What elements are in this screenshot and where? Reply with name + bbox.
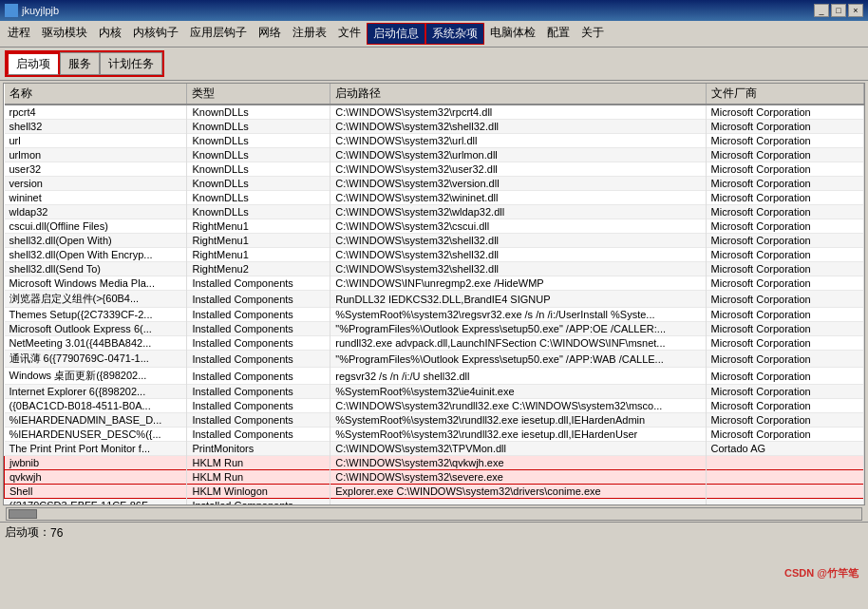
- cell-type: Installed Components: [187, 385, 330, 399]
- table-row[interactable]: %IEHARDENADMIN_BASE_D...Installed Compon…: [5, 413, 864, 428]
- cell-type: KnownDLLs: [187, 134, 330, 148]
- menu-checkup[interactable]: 电脑体检: [484, 23, 541, 45]
- restore-button[interactable]: □: [831, 4, 846, 17]
- cell-name: cscui.dll(Offline Files): [5, 219, 187, 234]
- table-row[interactable]: versionKnownDLLsC:\WINDOWS\system32\vers…: [5, 177, 864, 191]
- cell-name: shell32: [5, 120, 187, 134]
- menu-file[interactable]: 文件: [332, 23, 367, 45]
- cell-path: C:\WINDOWS\system32\rundll32.exe C:\WIND…: [330, 399, 706, 413]
- menu-config[interactable]: 配置: [541, 23, 576, 45]
- table-row[interactable]: Microsoft Windows Media Pla...Installed …: [5, 276, 864, 291]
- table-row[interactable]: jwbnibHKLM RunC:\WINDOWS\system32\qvkwjh…: [5, 456, 864, 470]
- table-row[interactable]: 浏览器启定义组件(>{60B4...Installed ComponentsRu…: [5, 291, 864, 308]
- tab-group: 启动项 服务 计划任务: [5, 50, 164, 77]
- table-row[interactable]: urlmonKnownDLLsC:\WINDOWS\system32\urlmo…: [5, 148, 864, 162]
- cell-name: rpcrt4: [5, 105, 187, 120]
- tab-schedule[interactable]: 计划任务: [100, 52, 162, 75]
- table-header-row: 名称 类型 启动路径 文件厂商: [5, 84, 864, 105]
- close-button[interactable]: ×: [848, 4, 863, 17]
- cell-name: Microsoft Outlook Express 6(...: [5, 322, 187, 336]
- cell-name: Themes Setup({2C7339CF-2...: [5, 308, 187, 322]
- cell-type: KnownDLLs: [187, 105, 330, 120]
- menu-registry[interactable]: 注册表: [287, 23, 332, 45]
- cell-name: shell32.dll(Open With): [5, 234, 187, 248]
- table-row[interactable]: shell32.dll(Send To)RightMenu2C:\WINDOWS…: [5, 262, 864, 276]
- cell-vendor: Microsoft Corporation: [706, 148, 863, 162]
- table-row[interactable]: Microsoft Outlook Express 6(...Installed…: [5, 322, 864, 336]
- table-row[interactable]: wldap32KnownDLLsC:\WINDOWS\system32\wlda…: [5, 205, 864, 219]
- cell-vendor: Microsoft Corporation: [706, 219, 863, 234]
- cell-vendor: Microsoft Corporation: [706, 120, 863, 134]
- cell-path: C:\WINDOWS\system32\url.dll: [330, 134, 706, 148]
- table-row[interactable]: wininetKnownDLLsC:\WINDOWS\system32\wini…: [5, 191, 864, 205]
- table-row[interactable]: ({0BAC1CD-B018-4511-B0A...Installed Comp…: [5, 399, 864, 413]
- status-bar: 启动项： 76: [0, 522, 868, 542]
- table-row[interactable]: rpcrt4KnownDLLsC:\WINDOWS\system32\rpcrt…: [5, 105, 864, 120]
- table-row[interactable]: shell32.dll(Open With)RightMenu1C:\WINDO…: [5, 234, 864, 248]
- table-row[interactable]: Themes Setup({2C7339CF-2...Installed Com…: [5, 308, 864, 322]
- cell-path: C:\WINDOWS\system32\rpcrt4.dll: [330, 105, 706, 120]
- menu-about[interactable]: 关于: [576, 23, 610, 45]
- table-row[interactable]: qvkwjhHKLM RunC:\WINDOWS\system32\severe…: [5, 470, 864, 485]
- table-row[interactable]: ({2179CSD3-EBFF-11CF-86F...Installed Com…: [5, 499, 864, 506]
- minimize-button[interactable]: _: [814, 4, 829, 17]
- cell-type: Installed Components: [187, 336, 330, 351]
- menu-driver[interactable]: 驱动模块: [36, 23, 93, 45]
- table-row[interactable]: Windows 桌面更新({898202...Installed Compone…: [5, 368, 864, 385]
- menu-kernel[interactable]: 内核: [93, 23, 127, 45]
- table-row[interactable]: NetMeeting 3.01({44BBA842...Installed Co…: [5, 336, 864, 351]
- cell-vendor: Microsoft Corporation: [706, 385, 863, 399]
- table-row[interactable]: Internet Explorer 6({898202...Installed …: [5, 385, 864, 399]
- menu-startup[interactable]: 启动信息: [367, 23, 425, 45]
- cell-vendor: Microsoft Corporation: [706, 368, 863, 385]
- table-row[interactable]: cscui.dll(Offline Files)RightMenu1C:\WIN…: [5, 219, 864, 234]
- cell-path: C:\WINDOWS\system32\urlmon.dll: [330, 148, 706, 162]
- cell-type: HKLM Run: [187, 470, 330, 485]
- cell-name: qvkwjh: [5, 470, 187, 485]
- tab-startup[interactable]: 启动项: [7, 52, 60, 75]
- cell-type: RightMenu2: [187, 262, 330, 276]
- table-container[interactable]: 名称 类型 启动路径 文件厂商 rpcrt4KnownDLLsC:\WINDOW…: [3, 83, 865, 505]
- table-row[interactable]: urlKnownDLLsC:\WINDOWS\system32\url.dllM…: [5, 134, 864, 148]
- cell-path: [330, 499, 706, 506]
- startup-table: 名称 类型 启动路径 文件厂商 rpcrt4KnownDLLsC:\WINDOW…: [4, 84, 864, 505]
- cell-name: wldap32: [5, 205, 187, 219]
- cell-path: C:\WINDOWS\system32\cscui.dll: [330, 219, 706, 234]
- table-row[interactable]: %IEHARDENUSER_DESC%({...Installed Compon…: [5, 428, 864, 442]
- cell-type: RightMenu1: [187, 234, 330, 248]
- cell-path: C:\WINDOWS\system32\user32.dll: [330, 162, 706, 177]
- menu-system[interactable]: 系统杂项: [425, 23, 484, 45]
- table-row[interactable]: user32KnownDLLsC:\WINDOWS\system32\user3…: [5, 162, 864, 177]
- cell-path: Explorer.exe C:\WINDOWS\system32\drivers…: [330, 485, 706, 499]
- menu-app-hook[interactable]: 应用层钩子: [184, 23, 253, 45]
- menu-kernel-hook[interactable]: 内核钩子: [127, 23, 184, 45]
- cell-vendor: Microsoft Corporation: [706, 105, 863, 120]
- toolbar: 启动项 服务 计划任务: [0, 48, 868, 81]
- cell-type: KnownDLLs: [187, 162, 330, 177]
- cell-path: C:\WINDOWS\system32\wldap32.dll: [330, 205, 706, 219]
- cell-vendor: Microsoft Corporation: [706, 205, 863, 219]
- table-row[interactable]: shell32KnownDLLsC:\WINDOWS\system32\shel…: [5, 120, 864, 134]
- horizontal-scrollbar[interactable]: [6, 507, 862, 521]
- cell-name: 通讯薄 6({7790769C-0471-1...: [5, 351, 187, 368]
- cell-type: Installed Components: [187, 322, 330, 336]
- menu-process[interactable]: 进程: [2, 23, 36, 45]
- cell-vendor: Microsoft Corporation: [706, 262, 863, 276]
- cell-type: Installed Components: [187, 399, 330, 413]
- cell-name: NetMeeting 3.01({44BBA842...: [5, 336, 187, 351]
- table-row[interactable]: ShellHKLM WinlogonExplorer.exe C:\WINDOW…: [5, 485, 864, 499]
- table-row[interactable]: The Print Print Port Monitor f...PrintMo…: [5, 442, 864, 456]
- cell-vendor: Microsoft Corporation: [706, 336, 863, 351]
- cell-name: wininet: [5, 191, 187, 205]
- table-row[interactable]: shell32.dll(Open With Encryp...RightMenu…: [5, 248, 864, 262]
- table-row[interactable]: 通讯薄 6({7790769C-0471-1...Installed Compo…: [5, 351, 864, 368]
- col-header-path: 启动路径: [330, 84, 706, 105]
- menu-bar: 进程 驱动模块 内核 内核钩子 应用层钩子 网络 注册表 文件 启动信息 系统杂…: [0, 21, 868, 48]
- tab-service[interactable]: 服务: [60, 52, 100, 75]
- cell-path: C:\WINDOWS\system32\shell32.dll: [330, 120, 706, 134]
- cell-name: url: [5, 134, 187, 148]
- menu-network[interactable]: 网络: [253, 23, 287, 45]
- cell-path: C:\WINDOWS\system32\shell32.dll: [330, 234, 706, 248]
- cell-vendor: Microsoft Corporation: [706, 276, 863, 291]
- app-icon: [5, 4, 18, 17]
